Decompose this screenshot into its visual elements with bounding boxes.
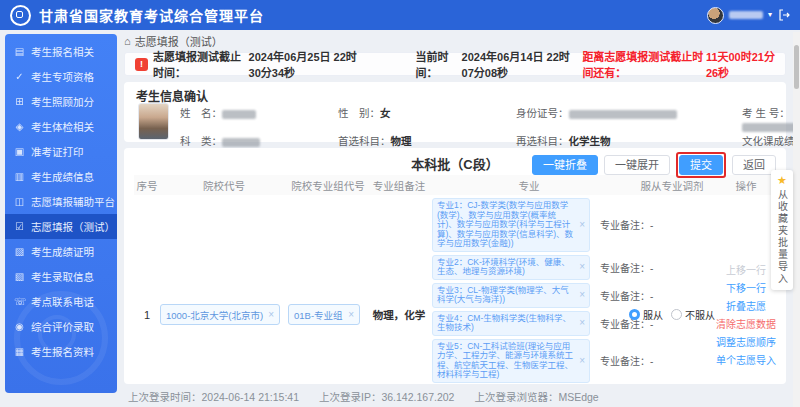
sidebar-item-score-certificate[interactable]: ▨考生成绩证明	[5, 239, 117, 264]
close-icon[interactable]: ×	[579, 262, 585, 272]
col-header-group-code: 院校专业组代号	[288, 178, 368, 193]
top-header-bar: 甘肃省国家教育考试综合管理平台 ▾	[0, 0, 800, 30]
sidebar-item-label: 考生照顾加分	[31, 94, 94, 109]
back-button[interactable]: 返回	[732, 155, 776, 175]
major-tag: 专业2：CK-环境科学(环境、健康、生态、地理与资源环境)×	[432, 255, 590, 280]
candidate-info-card: 考生信息确认 姓 名： 性 别：女 身份证号： 考 生 号： 科 类： 首选科目…	[124, 82, 786, 142]
adjust-cell: 服从 不服从	[628, 195, 716, 384]
candidate-photo	[138, 103, 169, 140]
report-icon: ▥	[14, 171, 25, 182]
vertical-scrollbar	[793, 32, 800, 407]
sidebar-item-admission-ticket-print[interactable]: ▣准考证打印	[5, 139, 117, 164]
main-content: ⌂ 志愿填报（测试） ! 志愿填报测试截止时间： 2024年06月25日 22时…	[124, 34, 786, 384]
radio-not-obey[interactable]: 不服从	[671, 307, 715, 322]
sidebar-item-bonus-points[interactable]: ⊞考生照顾加分	[5, 89, 117, 114]
major-item: 专业2：CK-环境科学(环境、健康、生态、地理与资源环境)× 专业备注：-	[432, 255, 628, 280]
batch-title: 本科批（C段）	[411, 154, 498, 173]
deadline-label: 志愿填报测试截止时间：	[153, 48, 244, 80]
logout-icon[interactable]	[777, 9, 790, 22]
favorites-import-tab[interactable]: ★ 从收藏夹批量导入	[771, 170, 793, 290]
current-time-value: 2024年06月14日 22时07分08秒	[462, 48, 578, 80]
sidebar-item-volunteer-fill-test[interactable]: ☑志愿填报（测试）	[5, 214, 117, 239]
major-tag: 专业5：CN-工科试验班(理论与应用力学、工程力学、能源与环境系统工程、航空航天…	[432, 339, 590, 383]
star-icon: ★	[777, 175, 787, 186]
sidebar-item-score-info[interactable]: ▥考生成绩信息	[5, 164, 117, 189]
group-cell: 01B-专业组×	[288, 195, 368, 384]
alert-icon: !	[135, 58, 148, 71]
radio-obey[interactable]: 服从	[629, 307, 663, 322]
breadcrumb-current: 志愿填报（测试）	[135, 33, 223, 49]
reorder-volunteer-link[interactable]: 调整志愿顺序	[716, 334, 776, 349]
field-id-number: 身份证号：	[516, 107, 742, 133]
user-area: ▾	[707, 7, 790, 24]
favorites-import-label: 从收藏夹批量导入	[775, 189, 790, 285]
major-item: 专业5：CN-工科试验班(理论与应用力学、工程力学、能源与环境系统工程、航空航天…	[432, 339, 628, 383]
group-select[interactable]: 01B-专业组×	[288, 304, 360, 325]
sidebar-nav: ▤考生报名相关 ✓考生专项资格 ⊞考生照顾加分 ◈考生体检相关 ▣准考证打印 ▥…	[5, 34, 117, 393]
college-cell: 1000-北京大学(北京市)×	[160, 195, 288, 384]
sidebar-item-label: 考生成绩证明	[31, 244, 94, 259]
collapse-volunteer-link[interactable]: 折叠志愿	[716, 298, 776, 313]
field-re-subject: 再选科目：化学生物	[516, 135, 742, 148]
major-tag: 专业3：CL-物理学类(物理学、大气科学(大气与海洋))×	[432, 283, 590, 308]
close-icon[interactable]: ×	[579, 356, 585, 366]
table-row: 1 1000-北京大学(北京市)× 01B-专业组× 物理，化学 专业1：CJ-…	[134, 195, 776, 384]
caret-down-icon[interactable]: ▾	[768, 11, 772, 19]
phone-icon: ☏	[14, 296, 25, 307]
major-item: 专业3：CL-物理学类(物理学、大气科学(大气与海洋))× 专业备注：-	[432, 283, 628, 308]
sidebar-item-volunteer-assist-platform[interactable]: ◫志愿填报辅助平台	[5, 189, 117, 214]
row-index: 1	[134, 195, 160, 384]
move-up-link: 上移一行	[716, 262, 776, 277]
current-time-label: 当前时间：	[415, 48, 456, 80]
breadcrumb: ⌂ 志愿填报（测试）	[124, 34, 786, 48]
masked-id-value	[569, 110, 677, 119]
submit-button[interactable]: 提交	[679, 155, 723, 175]
sidebar-item-registration[interactable]: ▤考生报名相关	[5, 39, 117, 64]
close-icon[interactable]: ×	[579, 290, 585, 300]
sidebar-item-label: 志愿填报（测试）	[31, 219, 115, 234]
countdown-label: 距离志愿填报测试截止时间还有：	[582, 48, 706, 80]
home-icon[interactable]: ⌂	[124, 35, 131, 47]
college-select[interactable]: 1000-北京大学(北京市)×	[160, 304, 280, 325]
close-icon[interactable]: ×	[579, 220, 585, 230]
clear-volunteer-link[interactable]: 清除志愿数据	[716, 316, 776, 331]
close-icon[interactable]: ×	[348, 309, 354, 320]
col-header-operations: 操作	[716, 178, 776, 193]
masked-category-value	[222, 138, 260, 147]
close-icon[interactable]: ×	[579, 318, 585, 328]
major-item: 专业1：CJ-数学类(数学与应用数学(数学)、数学与应用数学(概率统计)、数学与…	[432, 198, 628, 252]
sidebar-item-admission-info[interactable]: ▧考生录取信息	[5, 264, 117, 289]
col-header-adjust: 服从专业调剂	[628, 178, 716, 193]
move-down-link[interactable]: 下移一行	[716, 280, 776, 295]
scrollbar-thumb[interactable]	[794, 45, 799, 89]
group-note: 物理，化学	[368, 195, 430, 384]
last-login-ip: 上次登录IP：36.142.167.202	[319, 389, 454, 404]
import-single-volunteer-link[interactable]: 单个志愿导入	[716, 352, 776, 367]
collapse-all-button[interactable]: 一键折叠	[532, 155, 598, 175]
sidebar-item-label: 考生录取信息	[31, 269, 94, 284]
candidate-info-title: 考生信息确认	[136, 87, 774, 104]
col-header-group-note: 专业组备注	[368, 178, 430, 193]
sidebar-item-physical-exam[interactable]: ◈考生体检相关	[5, 114, 117, 139]
radio-unselected-icon	[671, 309, 682, 320]
field-first-subject: 首选科目：物理	[338, 135, 516, 148]
last-login-time: 上次登录时间：2024-06-14 21:15:41	[128, 389, 299, 404]
form-icon: ▤	[14, 46, 25, 57]
masked-username	[729, 11, 763, 19]
shield-icon: ◈	[14, 121, 25, 132]
batch-header: 本科批（C段） 一键折叠 一键展开 提交 返回	[134, 151, 776, 175]
sidebar-item-special-qualification[interactable]: ✓考生专项资格	[5, 64, 117, 89]
field-gender: 性 别：女	[338, 107, 516, 133]
field-name: 姓 名：	[180, 107, 338, 133]
close-icon[interactable]: ×	[268, 309, 274, 320]
logo-icon	[10, 5, 31, 26]
sidebar-item-label: 考生体检相关	[31, 119, 94, 134]
col-header-index: 序号	[134, 178, 160, 193]
avatar[interactable]	[707, 7, 724, 24]
field-culture-score: 文化课成绩：-	[742, 135, 800, 148]
expand-all-button[interactable]: 一键展开	[604, 155, 670, 175]
login-status-bar: 上次登录时间：2024-06-14 21:15:41 上次登录IP：36.142…	[128, 389, 599, 404]
sidebar-watermark	[14, 291, 108, 385]
radio-selected-icon	[629, 309, 640, 320]
col-header-major: 专业	[430, 178, 628, 193]
